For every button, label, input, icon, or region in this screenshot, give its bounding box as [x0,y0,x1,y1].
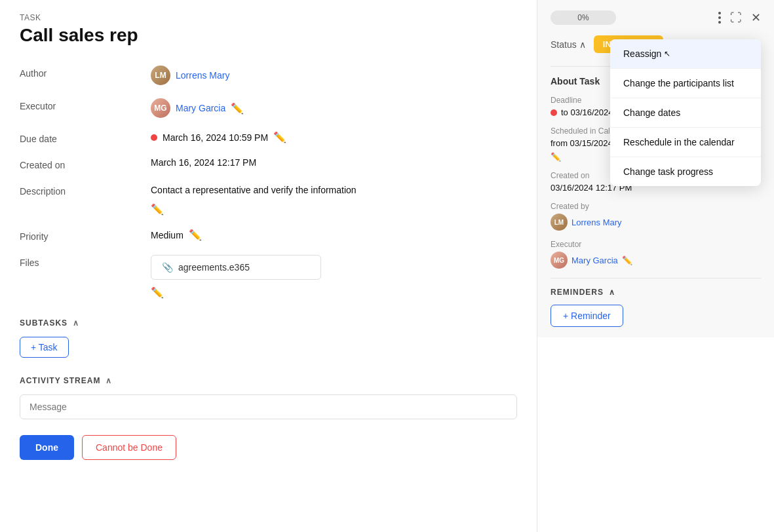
subtasks-chevron-icon: ∧ [73,318,79,328]
author-link[interactable]: Lorrens Mary [176,70,229,81]
executor-value: MG Mary Garcia ✏️ [151,98,244,118]
file-card[interactable]: 📎 agreements.e365 [151,255,321,280]
dropdown-item-3[interactable]: Reschedule in the calendar [610,128,761,157]
right-executor-value: MG Mary Garcia ✏️ [551,252,761,269]
dropdown-item-0[interactable]: Reassign↖ [610,39,761,69]
priority-value: Medium ✏️ [151,229,202,241]
three-dots-menu[interactable] [718,12,721,24]
description-edit-icon[interactable]: ✏️ [151,204,164,215]
status-chevron-icon: ∧ [579,39,586,50]
author-row: Author LM Lorrens Mary [20,66,517,85]
executor-link[interactable]: Mary Garcia [176,103,225,113]
message-input[interactable] [20,394,517,419]
right-executor-avatar: MG [551,252,568,269]
executor-edit-icon[interactable]: ✏️ [231,102,244,115]
task-label: Task [20,13,517,22]
dropdown-item-2[interactable]: Change dates [610,98,761,128]
description-label: Description [20,183,151,197]
created-by-link[interactable]: Lorrens Mary [571,218,622,227]
progress-text: 0% [577,13,589,22]
file-name: agreements.e365 [178,262,250,273]
reminders-section: Reminders ∧ + Reminder [551,278,761,327]
add-task-button[interactable]: + Task [20,337,69,358]
subtasks-label: SUBTASKS [20,318,68,328]
dropdown-menu: Reassign↖Change the participants listCha… [610,39,761,186]
priority-row: Priority Medium ✏️ [20,229,517,242]
priority-edit-icon[interactable]: ✏️ [189,229,202,241]
right-top-bar: 0% ⛶ ✕ [551,10,761,25]
close-icon[interactable]: ✕ [751,10,761,25]
due-date-value: March 16, 2024 10:59 PM ✏️ [151,131,286,143]
progress-bar-container: 0% [551,10,616,25]
author-label: Author [20,66,151,79]
done-button[interactable]: Done [20,435,74,460]
right-panel-wrapper: 0% ⛶ ✕ Status ∧ IN PROGR... About Task D… [537,0,774,532]
activity-chevron-icon: ∧ [106,376,112,385]
description-text: Contact a representative and verify the … [151,185,357,195]
dropdown-item-4[interactable]: Change task progress [610,157,761,186]
add-reminder-button[interactable]: + Reminder [551,305,623,327]
author-value: LM Lorrens Mary [151,66,229,85]
created-by-value: LM Lorrens Mary [551,214,761,231]
activity-stream-header: ACTIVITY STREAM ∧ [20,376,517,385]
due-date-red-dot [151,134,157,141]
activity-stream-label: ACTIVITY STREAM [20,376,100,385]
files-row: Files 📎 agreements.e365 ✏️ [20,255,517,299]
priority-label: Priority [20,229,151,242]
right-executor-label: Executor [551,240,761,249]
executor-label: Executor [20,98,151,111]
created-by-avatar: LM [551,214,568,231]
created-on-label: Created on [20,157,151,170]
reminders-label: Reminders [551,288,604,297]
subtasks-header: SUBTASKS ∧ [20,318,517,328]
expand-icon[interactable]: ⛶ [730,11,742,25]
files-label: Files [20,255,151,268]
scheduled-edit-icon[interactable]: ✏️ [551,152,561,162]
description-value: Contact a representative and verify the … [151,183,357,197]
top-icons: ⛶ ✕ [718,10,761,25]
cannot-button[interactable]: Cannot be Done [82,435,176,460]
task-title: Call sales rep [20,25,517,46]
left-panel: Task Call sales rep Author LM Lorrens Ma… [0,0,537,532]
due-date-text: March 16, 2024 10:59 PM [163,132,268,143]
executor-row: Executor MG Mary Garcia ✏️ [20,98,517,118]
status-label: Status ∧ [551,39,586,50]
description-row: Description Contact a representative and… [20,183,517,216]
file-attachment-icon: 📎 [162,262,173,273]
priority-text: Medium [151,230,184,240]
right-executor-link[interactable]: Mary Garcia [571,256,618,265]
bottom-buttons: Done Cannot be Done [20,435,517,460]
right-executor-edit-icon[interactable]: ✏️ [622,256,632,265]
due-date-row: Due date March 16, 2024 10:59 PM ✏️ [20,131,517,144]
files-edit-icon[interactable]: ✏️ [151,286,164,299]
reminders-header: Reminders ∧ [551,288,761,297]
reminders-chevron-icon: ∧ [609,288,615,297]
created-on-text: March 16, 2024 12:17 PM [151,157,256,168]
dropdown-item-1[interactable]: Change the participants list [610,69,761,98]
files-value: 📎 agreements.e365 ✏️ [151,255,321,299]
created-on-row: Created on March 16, 2024 12:17 PM [20,157,517,170]
due-date-label: Due date [20,131,151,144]
deadline-red-dot [551,109,557,116]
created-on-value: March 16, 2024 12:17 PM [151,157,256,168]
executor-avatar: MG [151,98,170,118]
due-date-edit-icon[interactable]: ✏️ [273,131,286,143]
author-avatar: LM [151,66,170,85]
created-by-label: Created by [551,202,761,211]
cursor-indicator: ↖ [664,49,670,58]
